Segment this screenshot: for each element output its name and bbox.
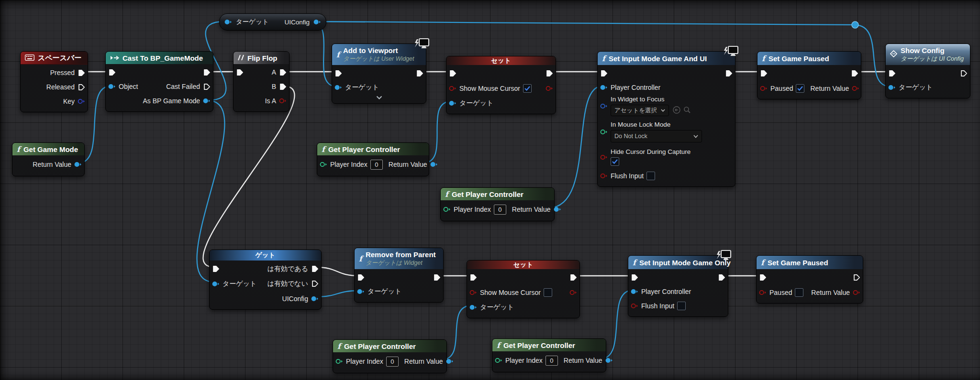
flush-input-checkbox[interactable] — [646, 172, 655, 180]
exec-in-pin[interactable] — [334, 70, 342, 77]
player-controller-pin[interactable] — [600, 85, 608, 90]
player-index-pin[interactable] — [495, 358, 502, 363]
pressed-exec-pin[interactable] — [78, 69, 85, 76]
exec-in-pin[interactable] — [108, 69, 116, 76]
exec-out-pin[interactable] — [203, 69, 211, 76]
target-pin[interactable] — [212, 281, 220, 287]
expand-chevron-icon[interactable] — [332, 95, 426, 100]
node-set-game-paused-2[interactable]: fSet Game Paused PausedReturn Value — [756, 255, 863, 304]
node-get-player-controller-3[interactable]: fGet Player Controller Player Index0Retu… — [333, 339, 447, 373]
node-set-input-mode-game-only[interactable]: fSet Input Mode Game Only Player Control… — [628, 255, 728, 317]
player-controller-pin[interactable] — [631, 289, 638, 294]
target-pin[interactable] — [334, 85, 342, 90]
uiconfig-out-pin[interactable] — [311, 296, 319, 302]
exec-out-pin[interactable] — [853, 274, 860, 281]
player-index-field[interactable]: 0 — [494, 205, 506, 215]
node-set-show-mouse-cursor-true[interactable]: セット Show Mouse Cursor ターゲット — [446, 56, 556, 114]
flush-input-checkbox[interactable] — [677, 302, 686, 310]
paused-pin[interactable] — [760, 86, 768, 91]
player-index-field[interactable]: 0 — [370, 160, 383, 170]
node-add-to-viewport[interactable]: f Add to Viewportターゲットは User Widget ターゲッ… — [332, 43, 426, 104]
player-index-pin[interactable] — [320, 162, 327, 167]
node-spacebar-event[interactable]: スペースバー Pressed Released Key — [20, 51, 88, 112]
exec-out-pin[interactable] — [718, 274, 725, 281]
exec-in-pin[interactable] — [600, 70, 608, 77]
as-bp-game-mode-pin[interactable] — [203, 98, 211, 104]
paused-checkbox[interactable] — [796, 84, 804, 93]
exec-out-pin[interactable] — [433, 274, 441, 281]
return-value-pin[interactable] — [74, 162, 82, 167]
return-value-pin[interactable] — [554, 206, 561, 212]
exec-out-pin[interactable] — [960, 70, 968, 77]
is-valid-exec-pin[interactable] — [311, 265, 319, 272]
exec-out-pin[interactable] — [569, 274, 577, 281]
exec-in-pin[interactable] — [631, 274, 638, 281]
return-value-pin[interactable] — [605, 358, 613, 363]
show-mouse-cursor-checkbox[interactable] — [523, 84, 532, 93]
node-set-show-mouse-cursor-false[interactable]: セット Show Mouse Cursor ターゲット — [467, 260, 580, 318]
exec-out-pin[interactable] — [851, 70, 858, 77]
node-set-input-mode-game-and-ui[interactable]: f Set Input Mode Game And UI Player Cont… — [597, 51, 735, 187]
key-pin[interactable] — [78, 98, 85, 104]
exec-in-pin[interactable] — [449, 70, 457, 77]
node-get-player-controller-1[interactable]: fGet Player Controller Player Index0Retu… — [317, 142, 429, 176]
return-value-pin[interactable] — [853, 290, 860, 295]
in-mouse-lock-mode-pin[interactable] — [600, 129, 608, 135]
show-mouse-cursor-pin[interactable] — [469, 290, 477, 295]
player-index-field[interactable]: 0 — [546, 356, 558, 366]
wire-exec[interactable] — [315, 267, 359, 276]
player-index-pin[interactable] — [335, 358, 343, 364]
node-show-config[interactable]: Show Configターゲットは UI Config ターゲット — [885, 43, 970, 98]
player-index-field[interactable]: 0 — [386, 357, 399, 367]
uiconfig-out-pin[interactable] — [313, 19, 321, 25]
wire-exec[interactable] — [203, 86, 294, 267]
return-value-pin[interactable] — [446, 358, 454, 364]
exec-in-pin[interactable] — [469, 274, 477, 281]
target-pin[interactable] — [469, 304, 477, 310]
blueprint-graph-canvas[interactable]: ターゲット UIConfig スペースバー Pressed Released K… — [0, 0, 980, 380]
exec-out-pin[interactable] — [416, 70, 423, 77]
hide-cursor-checkbox[interactable] — [611, 157, 619, 166]
is-not-valid-exec-pin[interactable] — [311, 280, 319, 287]
object-in-pin[interactable] — [108, 84, 116, 89]
node-cast-to-bp-gamemode[interactable]: Cast To BP_GameMode ObjectCast Failed As… — [105, 51, 213, 112]
exec-in-pin[interactable] — [236, 69, 244, 76]
exec-in-pin[interactable] — [759, 274, 767, 281]
in-widget-to-focus-pin[interactable] — [600, 103, 608, 109]
target-pin[interactable] — [449, 100, 457, 106]
released-exec-pin[interactable] — [78, 84, 85, 91]
node-get-player-controller-4[interactable]: fGet Player Controller Player Index0Retu… — [492, 338, 606, 372]
exec-in-pin[interactable] — [212, 265, 220, 272]
wire-data[interactable] — [548, 86, 602, 208]
player-index-pin[interactable] — [443, 206, 451, 212]
show-mouse-cursor-pin[interactable] — [449, 86, 457, 91]
node-get-player-controller-2[interactable]: fGet Player Controller Player Index0Retu… — [440, 187, 555, 221]
cast-failed-exec-pin[interactable] — [203, 83, 211, 90]
flush-input-pin[interactable] — [631, 303, 638, 309]
hide-cursor-during-capture-pin[interactable] — [600, 154, 608, 160]
is-a-bool-pin[interactable] — [279, 98, 287, 104]
node-get-uiconfig-validated[interactable]: ゲット は有効である ターゲットは有効でない UIConfig — [209, 250, 322, 310]
browse-magnifier-icon[interactable] — [683, 106, 691, 115]
node-flip-flop[interactable]: Flip Flop A B Is A — [233, 51, 290, 112]
target-pin[interactable] — [224, 19, 232, 25]
target-pin[interactable] — [357, 289, 365, 294]
exec-out-pin[interactable] — [546, 70, 553, 77]
bool-out-pin[interactable] — [569, 290, 577, 295]
node-get-uiconfig-compact[interactable]: ターゲット UIConfig — [219, 13, 326, 31]
target-pin[interactable] — [888, 85, 896, 90]
a-exec-pin[interactable] — [279, 69, 287, 76]
node-get-game-mode[interactable]: f Get Game Mode Return Value — [12, 142, 85, 176]
flush-input-pin[interactable] — [600, 173, 608, 179]
b-exec-pin[interactable] — [279, 83, 287, 90]
use-selected-icon[interactable] — [673, 106, 680, 115]
mouse-lock-dropdown[interactable]: Do Not Lock — [611, 130, 702, 142]
exec-in-pin[interactable] — [357, 274, 365, 281]
node-remove-from-parent[interactable]: f Remove from Parentターゲットは Widget ターゲット — [354, 248, 444, 303]
bool-out-pin[interactable] — [546, 86, 553, 91]
return-value-pin[interactable] — [852, 86, 859, 91]
wire-data[interactable] — [311, 22, 855, 25]
paused-pin[interactable] — [759, 290, 767, 295]
return-value-pin[interactable] — [430, 162, 438, 167]
show-mouse-cursor-checkbox[interactable] — [544, 288, 552, 297]
